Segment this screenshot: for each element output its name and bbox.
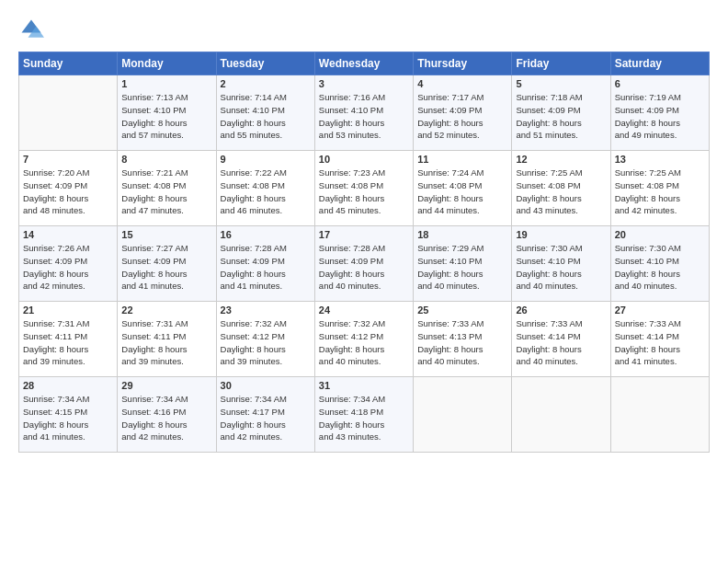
calendar-cell: 27Sunrise: 7:33 AM Sunset: 4:14 PM Dayli… [610,302,709,377]
day-number: 12 [516,154,606,165]
day-info: Sunrise: 7:25 AM Sunset: 4:08 PM Dayligh… [516,167,606,217]
day-info: Sunrise: 7:31 AM Sunset: 4:11 PM Dayligh… [23,317,113,368]
page: SundayMondayTuesdayWednesdayThursdayFrid… [0,0,728,563]
calendar-cell: 15Sunrise: 7:27 AM Sunset: 4:09 PM Dayli… [118,226,216,302]
calendar-cell: 4Sunrise: 7:17 AM Sunset: 4:09 PM Daylig… [414,75,512,151]
header-cell-saturday: Saturday [610,52,709,75]
day-info: Sunrise: 7:22 AM Sunset: 4:08 PM Dayligh… [221,167,311,217]
day-info: Sunrise: 7:19 AM Sunset: 4:09 PM Dayligh… [615,91,705,142]
day-info: Sunrise: 7:33 AM Sunset: 4:13 PM Dayligh… [417,317,507,368]
day-number: 13 [615,154,705,165]
day-info: Sunrise: 7:33 AM Sunset: 4:14 PM Dayligh… [615,317,705,368]
calendar-cell: 24Sunrise: 7:32 AM Sunset: 4:12 PM Dayli… [314,302,413,377]
calendar-cell [19,75,118,151]
day-info: Sunrise: 7:30 AM Sunset: 4:10 PM Dayligh… [516,242,606,293]
calendar-header: SundayMondayTuesdayWednesdayThursdayFrid… [19,52,710,75]
day-number: 15 [121,229,211,240]
calendar-cell: 5Sunrise: 7:18 AM Sunset: 4:09 PM Daylig… [512,75,610,151]
calendar-cell: 21Sunrise: 7:31 AM Sunset: 4:11 PM Dayli… [19,302,118,377]
day-number: 4 [417,78,507,89]
calendar-cell: 9Sunrise: 7:22 AM Sunset: 4:08 PM Daylig… [216,151,314,226]
calendar-cell [414,377,512,453]
week-row-1: 7Sunrise: 7:20 AM Sunset: 4:09 PM Daylig… [19,151,710,226]
day-info: Sunrise: 7:28 AM Sunset: 4:09 PM Dayligh… [221,242,311,293]
day-info: Sunrise: 7:20 AM Sunset: 4:09 PM Dayligh… [23,167,113,217]
day-number: 22 [121,304,211,316]
day-info: Sunrise: 7:25 AM Sunset: 4:08 PM Dayligh… [615,167,705,217]
day-number: 8 [121,154,211,165]
calendar-cell: 14Sunrise: 7:26 AM Sunset: 4:09 PM Dayli… [19,226,118,302]
header-cell-wednesday: Wednesday [314,52,413,75]
day-info: Sunrise: 7:26 AM Sunset: 4:09 PM Dayligh… [23,242,113,293]
calendar-cell: 7Sunrise: 7:20 AM Sunset: 4:09 PM Daylig… [19,151,118,226]
calendar-cell: 6Sunrise: 7:19 AM Sunset: 4:09 PM Daylig… [610,75,709,151]
calendar-cell: 1Sunrise: 7:13 AM Sunset: 4:10 PM Daylig… [118,75,216,151]
day-number: 2 [221,78,311,89]
day-number: 31 [319,380,409,391]
day-number: 24 [319,304,409,316]
day-info: Sunrise: 7:34 AM Sunset: 4:15 PM Dayligh… [23,393,113,443]
day-info: Sunrise: 7:34 AM Sunset: 4:16 PM Dayligh… [121,393,211,443]
day-info: Sunrise: 7:34 AM Sunset: 4:17 PM Dayligh… [221,393,311,443]
day-number: 26 [516,304,606,316]
calendar-cell: 23Sunrise: 7:32 AM Sunset: 4:12 PM Dayli… [216,302,314,377]
day-info: Sunrise: 7:21 AM Sunset: 4:08 PM Dayligh… [121,167,211,217]
calendar-cell: 3Sunrise: 7:16 AM Sunset: 4:10 PM Daylig… [314,75,413,151]
calendar-cell: 28Sunrise: 7:34 AM Sunset: 4:15 PM Dayli… [19,377,118,453]
header-cell-tuesday: Tuesday [216,52,314,75]
calendar-cell: 13Sunrise: 7:25 AM Sunset: 4:08 PM Dayli… [610,151,709,226]
day-info: Sunrise: 7:33 AM Sunset: 4:14 PM Dayligh… [516,317,606,368]
day-number: 23 [221,304,311,316]
day-number: 20 [615,229,705,240]
day-number: 27 [615,304,705,316]
calendar-cell: 19Sunrise: 7:30 AM Sunset: 4:10 PM Dayli… [512,226,610,302]
day-number: 6 [615,78,705,89]
day-number: 21 [23,304,113,316]
calendar-cell: 17Sunrise: 7:28 AM Sunset: 4:09 PM Dayli… [314,226,413,302]
day-number: 14 [23,229,113,240]
logo-icon [18,17,44,42]
day-info: Sunrise: 7:30 AM Sunset: 4:10 PM Dayligh… [615,242,705,293]
day-number: 3 [319,78,409,89]
day-number: 25 [417,304,507,316]
day-info: Sunrise: 7:28 AM Sunset: 4:09 PM Dayligh… [319,242,409,293]
day-info: Sunrise: 7:34 AM Sunset: 4:18 PM Dayligh… [319,393,409,443]
day-info: Sunrise: 7:17 AM Sunset: 4:09 PM Dayligh… [417,91,507,142]
day-info: Sunrise: 7:29 AM Sunset: 4:10 PM Dayligh… [417,242,507,293]
calendar-cell: 29Sunrise: 7:34 AM Sunset: 4:16 PM Dayli… [118,377,216,453]
day-info: Sunrise: 7:32 AM Sunset: 4:12 PM Dayligh… [221,317,311,368]
calendar-cell [610,377,709,453]
calendar-cell: 8Sunrise: 7:21 AM Sunset: 4:08 PM Daylig… [118,151,216,226]
calendar-cell: 11Sunrise: 7:24 AM Sunset: 4:08 PM Dayli… [414,151,512,226]
calendar-cell: 22Sunrise: 7:31 AM Sunset: 4:11 PM Dayli… [118,302,216,377]
day-number: 7 [23,154,113,165]
header-cell-thursday: Thursday [414,52,512,75]
day-number: 29 [121,380,211,391]
calendar-cell: 10Sunrise: 7:23 AM Sunset: 4:08 PM Dayli… [314,151,413,226]
calendar-body: 1Sunrise: 7:13 AM Sunset: 4:10 PM Daylig… [19,75,710,453]
calendar-table: SundayMondayTuesdayWednesdayThursdayFrid… [18,52,710,453]
day-number: 19 [516,229,606,240]
calendar-cell: 2Sunrise: 7:14 AM Sunset: 4:10 PM Daylig… [216,75,314,151]
day-number: 9 [221,154,311,165]
day-number: 18 [417,229,507,240]
day-number: 17 [319,229,409,240]
day-number: 28 [23,380,113,391]
header-cell-sunday: Sunday [19,52,118,75]
day-info: Sunrise: 7:18 AM Sunset: 4:09 PM Dayligh… [516,91,606,142]
header-row: SundayMondayTuesdayWednesdayThursdayFrid… [19,52,710,75]
calendar-cell: 30Sunrise: 7:34 AM Sunset: 4:17 PM Dayli… [216,377,314,453]
day-number: 11 [417,154,507,165]
day-info: Sunrise: 7:27 AM Sunset: 4:09 PM Dayligh… [121,242,211,293]
calendar-cell: 25Sunrise: 7:33 AM Sunset: 4:13 PM Dayli… [414,302,512,377]
calendar-cell: 16Sunrise: 7:28 AM Sunset: 4:09 PM Dayli… [216,226,314,302]
day-info: Sunrise: 7:13 AM Sunset: 4:10 PM Dayligh… [121,91,211,142]
day-number: 30 [221,380,311,391]
calendar-cell: 26Sunrise: 7:33 AM Sunset: 4:14 PM Dayli… [512,302,610,377]
day-number: 1 [121,78,211,89]
day-info: Sunrise: 7:16 AM Sunset: 4:10 PM Dayligh… [319,91,409,142]
day-info: Sunrise: 7:14 AM Sunset: 4:10 PM Dayligh… [221,91,311,142]
day-number: 5 [516,78,606,89]
header-cell-monday: Monday [118,52,216,75]
header-cell-friday: Friday [512,52,610,75]
